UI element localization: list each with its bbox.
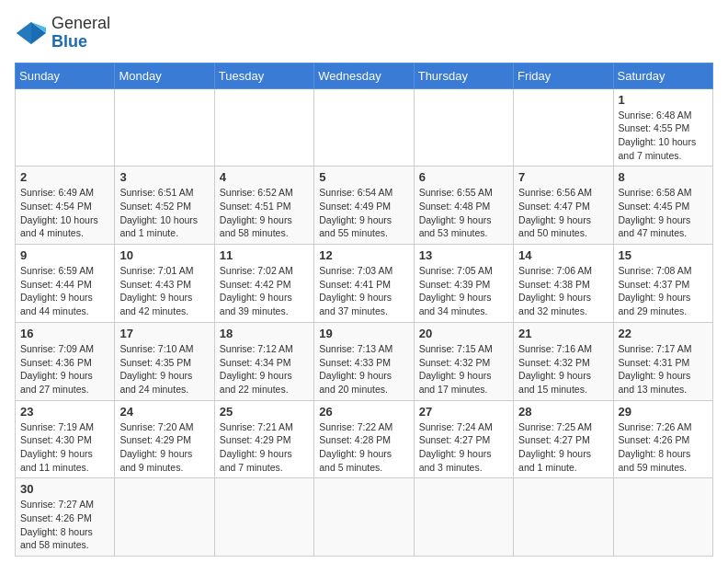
day-info: Sunrise: 7:06 AM Sunset: 4:38 PM Dayligh… bbox=[518, 264, 608, 318]
week-row-6: 30Sunrise: 7:27 AM Sunset: 4:26 PM Dayli… bbox=[16, 478, 713, 557]
calendar-cell: 17Sunrise: 7:10 AM Sunset: 4:35 PM Dayli… bbox=[115, 322, 214, 400]
calendar-cell: 10Sunrise: 7:01 AM Sunset: 4:43 PM Dayli… bbox=[115, 245, 214, 323]
calendar-table: SundayMondayTuesdayWednesdayThursdayFrid… bbox=[15, 63, 713, 557]
logo-text: General Blue bbox=[51, 15, 110, 52]
day-info: Sunrise: 7:01 AM Sunset: 4:43 PM Dayligh… bbox=[119, 264, 209, 318]
calendar-cell bbox=[115, 478, 214, 557]
week-row-4: 16Sunrise: 7:09 AM Sunset: 4:36 PM Dayli… bbox=[16, 322, 713, 400]
calendar-cell: 29Sunrise: 7:26 AM Sunset: 4:26 PM Dayli… bbox=[613, 400, 712, 478]
week-row-2: 2Sunrise: 6:49 AM Sunset: 4:54 PM Daylig… bbox=[16, 167, 713, 245]
day-number: 8 bbox=[619, 170, 708, 184]
day-info: Sunrise: 6:49 AM Sunset: 4:54 PM Dayligh… bbox=[20, 186, 109, 240]
day-info: Sunrise: 7:26 AM Sunset: 4:26 PM Dayligh… bbox=[619, 420, 708, 475]
day-info: Sunrise: 7:10 AM Sunset: 4:35 PM Dayligh… bbox=[119, 342, 209, 396]
day-number: 19 bbox=[319, 327, 408, 340]
calendar-cell: 30Sunrise: 7:27 AM Sunset: 4:26 PM Dayli… bbox=[16, 478, 115, 557]
day-number: 29 bbox=[619, 405, 708, 419]
calendar-header-row: SundayMondayTuesdayWednesdayThursdayFrid… bbox=[16, 63, 713, 88]
day-info: Sunrise: 7:15 AM Sunset: 4:32 PM Dayligh… bbox=[419, 342, 508, 396]
calendar-cell: 19Sunrise: 7:13 AM Sunset: 4:33 PM Dayli… bbox=[314, 322, 414, 400]
day-number: 28 bbox=[518, 405, 608, 419]
day-number: 15 bbox=[619, 248, 708, 262]
day-number: 3 bbox=[119, 170, 209, 184]
day-number: 18 bbox=[220, 327, 309, 340]
calendar-cell: 22Sunrise: 7:17 AM Sunset: 4:31 PM Dayli… bbox=[613, 322, 712, 400]
day-info: Sunrise: 7:17 AM Sunset: 4:31 PM Dayligh… bbox=[619, 342, 708, 396]
day-number: 4 bbox=[220, 170, 309, 184]
svg-marker-2 bbox=[17, 22, 31, 44]
day-info: Sunrise: 7:08 AM Sunset: 4:37 PM Dayligh… bbox=[619, 264, 708, 318]
calendar-cell: 23Sunrise: 7:19 AM Sunset: 4:30 PM Dayli… bbox=[16, 400, 115, 478]
calendar-cell bbox=[514, 478, 613, 557]
calendar-cell bbox=[214, 88, 313, 167]
calendar-cell: 26Sunrise: 7:22 AM Sunset: 4:28 PM Dayli… bbox=[314, 400, 414, 478]
day-number: 22 bbox=[619, 327, 708, 340]
calendar-cell: 5Sunrise: 6:54 AM Sunset: 4:49 PM Daylig… bbox=[314, 167, 414, 245]
calendar-cell: 21Sunrise: 7:16 AM Sunset: 4:32 PM Dayli… bbox=[514, 322, 613, 400]
week-row-1: 1Sunrise: 6:48 AM Sunset: 4:55 PM Daylig… bbox=[16, 88, 713, 167]
column-header-tuesday: Tuesday bbox=[214, 63, 313, 88]
week-row-5: 23Sunrise: 7:19 AM Sunset: 4:30 PM Dayli… bbox=[16, 400, 713, 478]
calendar-cell: 18Sunrise: 7:12 AM Sunset: 4:34 PM Dayli… bbox=[214, 322, 313, 400]
day-number: 13 bbox=[419, 248, 508, 262]
calendar-cell: 27Sunrise: 7:24 AM Sunset: 4:27 PM Dayli… bbox=[414, 400, 513, 478]
day-number: 17 bbox=[119, 327, 209, 340]
day-info: Sunrise: 6:52 AM Sunset: 4:51 PM Dayligh… bbox=[220, 186, 309, 240]
calendar-cell bbox=[613, 478, 712, 557]
day-info: Sunrise: 6:48 AM Sunset: 4:55 PM Dayligh… bbox=[619, 109, 708, 163]
column-header-thursday: Thursday bbox=[414, 63, 513, 88]
calendar-cell bbox=[115, 88, 214, 167]
day-info: Sunrise: 7:05 AM Sunset: 4:39 PM Dayligh… bbox=[419, 264, 508, 318]
day-number: 16 bbox=[20, 327, 109, 340]
day-number: 5 bbox=[319, 170, 408, 184]
day-info: Sunrise: 6:55 AM Sunset: 4:48 PM Dayligh… bbox=[419, 186, 508, 240]
calendar-cell bbox=[16, 88, 115, 167]
calendar-cell: 13Sunrise: 7:05 AM Sunset: 4:39 PM Dayli… bbox=[414, 245, 513, 323]
calendar-cell bbox=[514, 88, 613, 167]
calendar-cell: 2Sunrise: 6:49 AM Sunset: 4:54 PM Daylig… bbox=[16, 167, 115, 245]
day-number: 21 bbox=[518, 327, 608, 340]
column-header-saturday: Saturday bbox=[613, 63, 712, 88]
calendar-cell bbox=[414, 88, 513, 167]
calendar-cell: 8Sunrise: 6:58 AM Sunset: 4:45 PM Daylig… bbox=[613, 167, 712, 245]
day-info: Sunrise: 7:19 AM Sunset: 4:30 PM Dayligh… bbox=[20, 420, 109, 475]
calendar-cell: 1Sunrise: 6:48 AM Sunset: 4:55 PM Daylig… bbox=[613, 88, 712, 167]
calendar-cell bbox=[214, 478, 313, 557]
day-info: Sunrise: 7:22 AM Sunset: 4:28 PM Dayligh… bbox=[319, 420, 408, 475]
calendar-cell: 24Sunrise: 7:20 AM Sunset: 4:29 PM Dayli… bbox=[115, 400, 214, 478]
calendar-cell: 11Sunrise: 7:02 AM Sunset: 4:42 PM Dayli… bbox=[214, 245, 313, 323]
day-number: 14 bbox=[518, 248, 608, 262]
calendar-cell: 12Sunrise: 7:03 AM Sunset: 4:41 PM Dayli… bbox=[314, 245, 414, 323]
day-number: 6 bbox=[419, 170, 508, 184]
column-header-wednesday: Wednesday bbox=[314, 63, 414, 88]
day-number: 10 bbox=[119, 248, 209, 262]
day-info: Sunrise: 7:02 AM Sunset: 4:42 PM Dayligh… bbox=[220, 264, 309, 318]
day-info: Sunrise: 7:21 AM Sunset: 4:29 PM Dayligh… bbox=[220, 420, 309, 475]
day-number: 26 bbox=[319, 405, 408, 419]
day-info: Sunrise: 6:59 AM Sunset: 4:44 PM Dayligh… bbox=[20, 264, 109, 318]
day-number: 7 bbox=[518, 170, 608, 184]
day-number: 25 bbox=[220, 405, 309, 419]
day-info: Sunrise: 7:25 AM Sunset: 4:27 PM Dayligh… bbox=[518, 420, 608, 475]
calendar-cell: 14Sunrise: 7:06 AM Sunset: 4:38 PM Dayli… bbox=[514, 245, 613, 323]
column-header-friday: Friday bbox=[514, 63, 613, 88]
day-info: Sunrise: 7:20 AM Sunset: 4:29 PM Dayligh… bbox=[119, 420, 209, 475]
day-number: 12 bbox=[319, 248, 408, 262]
day-info: Sunrise: 6:58 AM Sunset: 4:45 PM Dayligh… bbox=[619, 186, 708, 240]
day-info: Sunrise: 7:03 AM Sunset: 4:41 PM Dayligh… bbox=[319, 264, 408, 318]
day-info: Sunrise: 7:24 AM Sunset: 4:27 PM Dayligh… bbox=[419, 420, 508, 475]
calendar-cell: 6Sunrise: 6:55 AM Sunset: 4:48 PM Daylig… bbox=[414, 167, 513, 245]
column-header-sunday: Sunday bbox=[16, 63, 115, 88]
day-number: 23 bbox=[20, 405, 109, 419]
day-info: Sunrise: 6:51 AM Sunset: 4:52 PM Dayligh… bbox=[119, 186, 209, 240]
week-row-3: 9Sunrise: 6:59 AM Sunset: 4:44 PM Daylig… bbox=[16, 245, 713, 323]
page-header: General Blue bbox=[15, 15, 713, 52]
calendar-cell: 20Sunrise: 7:15 AM Sunset: 4:32 PM Dayli… bbox=[414, 322, 513, 400]
calendar-cell: 3Sunrise: 6:51 AM Sunset: 4:52 PM Daylig… bbox=[115, 167, 214, 245]
day-info: Sunrise: 6:56 AM Sunset: 4:47 PM Dayligh… bbox=[518, 186, 608, 240]
day-number: 30 bbox=[20, 482, 109, 496]
day-number: 1 bbox=[619, 93, 708, 107]
day-number: 24 bbox=[119, 405, 209, 419]
calendar-cell: 4Sunrise: 6:52 AM Sunset: 4:51 PM Daylig… bbox=[214, 167, 313, 245]
calendar-cell bbox=[414, 478, 513, 557]
